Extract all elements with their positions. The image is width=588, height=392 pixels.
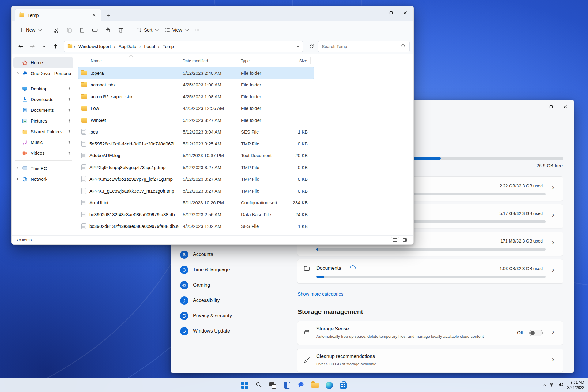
file-row[interactable]: APPX.j9ztcnpq8elvguqzl73jiqs1g.tmp 5/12/… — [78, 161, 314, 173]
volume-icon[interactable] — [558, 382, 564, 389]
file-row[interactable]: ArmUI.ini 5/11/2023 10:26 PM Configurati… — [78, 197, 314, 209]
file-row[interactable]: bc3902d8132f43e3ae086a009979fa88.db.ses … — [78, 221, 314, 232]
rename-icon — [92, 27, 98, 33]
large-icons-view-toggle[interactable] — [401, 237, 409, 243]
wifi-icon[interactable] — [549, 382, 554, 389]
show-more-categories-link[interactable]: Show more categories — [298, 291, 343, 296]
tab-close-icon[interactable] — [90, 11, 98, 19]
breadcrumb-temp[interactable]: Temp — [160, 43, 176, 50]
chevron-right-icon: › — [552, 212, 554, 218]
storage-category-card-documents[interactable]: Documents 1.03 GB/32.3 GB used › — [297, 259, 563, 284]
sidebar-item-documents[interactable]: Documents — [13, 105, 74, 115]
column-header-size[interactable]: Size — [283, 57, 311, 64]
up-button[interactable] — [50, 41, 61, 52]
recent-locations-button[interactable] — [39, 41, 49, 52]
settings-nav-accessibility[interactable]: Accessibility — [176, 293, 286, 308]
settings-nav-privacy-security[interactable]: Privacy & security — [176, 308, 286, 323]
sidebar-item-onedrive[interactable]: OneDrive - Persona — [13, 68, 74, 79]
search-box[interactable] — [318, 41, 410, 52]
more-options-button[interactable] — [191, 24, 203, 36]
search-button[interactable] — [253, 379, 265, 391]
breadcrumb-appdata[interactable]: AppData — [116, 43, 138, 50]
file-row[interactable]: 5d59528e-f0e0-44dd-9d01-e20c748d067f... … — [78, 138, 314, 150]
sidebar-item-music[interactable]: Music — [13, 137, 74, 148]
new-button[interactable]: New — [16, 24, 44, 35]
view-button[interactable]: View — [162, 24, 191, 36]
storage-sense-toggle[interactable] — [529, 330, 543, 336]
share-button[interactable] — [102, 24, 114, 36]
store-button[interactable] — [337, 379, 349, 391]
sort-button[interactable]: Sort — [133, 24, 161, 36]
file-row[interactable]: acrord32_super_sbx 4/25/2023 1:08 AM Fil… — [78, 91, 314, 103]
paste-button[interactable] — [76, 24, 88, 36]
minimize-button[interactable] — [370, 6, 384, 20]
plus-icon — [19, 28, 24, 32]
cut-icon — [53, 27, 59, 33]
copy-button[interactable] — [63, 24, 75, 36]
chat-button[interactable] — [295, 379, 307, 391]
file-date-modified: 5/12/2023 3:27 AM — [179, 118, 237, 123]
settings-nav-windows-update[interactable]: Windows Update — [176, 323, 286, 339]
settings-nav-accounts[interactable]: Accounts — [176, 247, 286, 262]
column-header-name[interactable]: Name — [78, 57, 179, 64]
music-icon — [22, 140, 28, 145]
explorer-navbar: › WindowsReport › AppData › Local › Temp — [12, 39, 413, 54]
breadcrumb-local[interactable]: Local — [142, 43, 157, 50]
expand-chevron-icon[interactable] — [15, 167, 18, 170]
hidden-icons-chevron-icon[interactable] — [543, 384, 546, 387]
cleanup-recommendations-card[interactable]: Cleanup recommendations Over 5.00 GB of … — [297, 349, 563, 372]
forward-button[interactable] — [27, 41, 37, 52]
sidebar-item-desktop[interactable]: Desktop — [13, 83, 74, 94]
sidebar-item-shared-folders[interactable]: Shared Folders — [13, 126, 74, 137]
column-header-date-modified[interactable]: Date modified — [179, 57, 237, 64]
expand-chevron-icon[interactable] — [15, 178, 18, 181]
start-button[interactable] — [239, 379, 251, 391]
search-input[interactable] — [322, 44, 398, 49]
close-button[interactable] — [398, 6, 412, 20]
address-dropdown-button[interactable] — [296, 44, 300, 49]
category-bar — [316, 276, 546, 278]
task-view-button[interactable] — [267, 379, 279, 391]
file-row[interactable]: APPX.r_g1e8wj5aakk3e3v_m1ezg0h.tmp 5/12/… — [78, 185, 314, 197]
details-view-toggle[interactable] — [391, 237, 399, 243]
refresh-button[interactable] — [306, 41, 317, 52]
file-row[interactable]: acrobat_sbx 4/25/2023 1:08 AM File folde… — [78, 79, 314, 91]
cut-button[interactable] — [50, 24, 62, 36]
column-header-type[interactable]: Type — [237, 57, 283, 64]
sidebar-item-network[interactable]: Network — [13, 174, 74, 184]
storage-management-heading: Storage management — [298, 308, 363, 315]
sidebar-item-downloads[interactable]: Downloads — [13, 94, 74, 105]
explorer-sidebar: Home OneDrive - Persona Desktop — [12, 54, 75, 235]
expand-chevron-icon[interactable] — [15, 72, 18, 75]
settings-nav-gaming[interactable]: Gaming — [176, 277, 286, 293]
storage-sense-card[interactable]: Storage Sense Automatically free up spac… — [297, 321, 563, 345]
file-explorer-button[interactable] — [309, 379, 321, 391]
explorer-tab[interactable]: Temp — [15, 9, 101, 21]
back-button[interactable] — [15, 41, 26, 52]
file-row[interactable]: WinGet 5/12/2023 3:27 AM File folder — [78, 114, 314, 126]
maximize-button[interactable] — [384, 6, 398, 20]
disk-free-label: 26.9 GB free — [537, 163, 563, 168]
sidebar-item-pictures[interactable]: Pictures — [13, 115, 74, 126]
file-row[interactable]: .opera 5/12/2023 2:40 AM File folder — [78, 67, 314, 79]
file-row[interactable]: AdobeARM.log 5/11/2023 10:37 PM Text Doc… — [78, 150, 314, 162]
edge-button[interactable] — [323, 379, 335, 391]
clock[interactable]: 8:01 AM 3/21/2022 — [567, 380, 584, 390]
sidebar-item-videos[interactable]: Videos — [13, 148, 74, 158]
divider — [47, 26, 47, 34]
file-row[interactable]: .ses 5/12/2023 3:04 AM SES File 1 KB — [78, 126, 314, 138]
file-name: Low — [91, 106, 99, 111]
breadcrumb-windowsreport[interactable]: WindowsReport — [76, 43, 113, 50]
address-bar[interactable]: › WindowsReport › AppData › Local › Temp — [64, 41, 303, 52]
new-tab-button[interactable] — [104, 11, 112, 19]
widgets-button[interactable] — [281, 379, 293, 391]
file-row[interactable]: APPX.m1c1wf0o1s292vp7g_jcf271g.tmp 5/12/… — [78, 173, 314, 185]
settings-nav-time-language[interactable]: Time & language — [176, 262, 286, 277]
sidebar-item-home[interactable]: Home — [13, 57, 74, 68]
file-row[interactable]: Low 4/25/2023 12:56 AM File folder — [78, 103, 314, 115]
rename-button[interactable] — [89, 24, 101, 36]
sidebar-item-this-pc[interactable]: This PC — [13, 163, 74, 174]
delete-button[interactable] — [115, 24, 127, 36]
file-row[interactable]: bc3902d8132f43e3ae086a009979fa88.db 5/12… — [78, 209, 314, 221]
sidebar-item-label: Desktop — [31, 86, 47, 91]
